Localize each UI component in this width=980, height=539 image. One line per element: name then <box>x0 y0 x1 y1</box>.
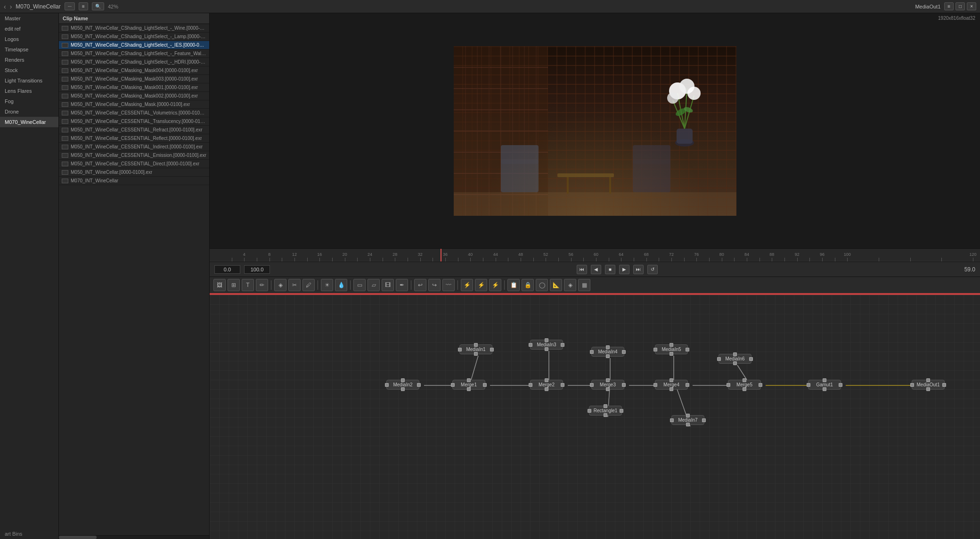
dots-btn[interactable]: ··· <box>65 2 75 10</box>
node-port-left[interactable] <box>451 383 455 387</box>
node-port-left[interactable] <box>727 383 730 387</box>
node-port-left[interactable] <box>717 357 721 361</box>
playhead[interactable] <box>441 249 441 261</box>
sidebar-item-lens-flares[interactable]: Lens Flares <box>0 86 58 96</box>
sidebar-item-drone[interactable]: Drone <box>0 106 58 117</box>
sidebar-item-light-transitions[interactable]: Light Transitions <box>0 75 58 86</box>
node-port-top[interactable] <box>606 378 610 382</box>
tool-grid2[interactable]: ▦ <box>578 279 590 291</box>
clip-item[interactable]: M050_INT_WineCellar_CESSENTIAL_Indirect.… <box>59 143 209 151</box>
node-port-top[interactable] <box>474 343 478 347</box>
node-merge5[interactable]: Merge5 <box>728 380 761 390</box>
node-port-bottom[interactable] <box>606 387 610 391</box>
node-mediain1[interactable]: MediaIn1 <box>459 344 492 354</box>
node-port-bottom[interactable] <box>686 423 690 426</box>
clip-item[interactable]: M050_INT_WineCellar_CShading_LightSelect… <box>59 24 209 33</box>
tool-redo[interactable]: ↪ <box>428 279 441 291</box>
node-mediain4[interactable]: MediaIn4 <box>591 347 624 357</box>
node-port-left[interactable] <box>670 418 674 422</box>
tool-node-fx[interactable]: ◈ <box>564 279 576 291</box>
clip-item[interactable]: M050_INT_WineCellar_CShading_LightSelect… <box>59 49 209 58</box>
clip-item[interactable]: M050_INT_WineCellar_CShading_LightSelect… <box>59 33 209 41</box>
clip-item[interactable]: M050_INT_WineCellar_CESSENTIAL_Direct.[0… <box>59 160 209 168</box>
tool-exposure[interactable]: ☀ <box>321 279 333 291</box>
node-port-top[interactable] <box>743 378 746 382</box>
node-port-top[interactable] <box>926 378 930 382</box>
tool-measure[interactable]: 📐 <box>550 279 562 291</box>
time-end-input[interactable] <box>244 265 270 274</box>
clip-scrollbar-thumb[interactable] <box>59 536 97 539</box>
node-graph[interactable]: MediaIn1MediaIn2MediaIn3MediaIn4MediaIn5… <box>210 295 980 539</box>
tool-cut[interactable]: ✂ <box>288 279 301 291</box>
node-port-top[interactable] <box>733 352 737 356</box>
clip-item[interactable]: M050_INT_WineCellar_CMasking_Mask.[0000-… <box>59 100 209 109</box>
node-port-bottom[interactable] <box>604 413 607 417</box>
clip-item[interactable]: M050_INT_WineCellar.[0000-0100].exr <box>59 168 209 177</box>
tool-text[interactable]: T <box>242 279 254 291</box>
node-mediain3[interactable]: MediaIn3 <box>530 340 563 350</box>
node-port-right[interactable] <box>561 383 564 387</box>
timeline-ruler[interactable]: // done below 48121620242832364044485256… <box>210 249 980 262</box>
tool-fx2[interactable]: ⚡ <box>475 279 487 291</box>
node-port-bottom[interactable] <box>670 387 673 391</box>
clip-item[interactable]: M050_INT_WineCellar_CMasking_Mask002.[00… <box>59 92 209 100</box>
clip-item[interactable]: M050_INT_WineCellar_CESSENTIAL_Reflect.[… <box>59 134 209 143</box>
node-mediain2[interactable]: MediaIn2 <box>386 380 419 390</box>
tool-mask[interactable]: ◈ <box>274 279 286 291</box>
tool-undo[interactable]: ↩ <box>414 279 426 291</box>
clip-item[interactable]: M050_INT_WineCellar_CESSENTIAL_Emission.… <box>59 151 209 160</box>
node-port-top[interactable] <box>401 378 405 382</box>
top-right-btn3[interactable]: × <box>967 2 976 10</box>
sidebar-item-logos[interactable]: Logos <box>0 34 58 44</box>
node-port-top[interactable] <box>670 378 673 382</box>
node-port-bottom[interactable] <box>474 352 478 356</box>
forward-btn[interactable]: › <box>10 3 12 10</box>
node-port-right[interactable] <box>483 383 487 387</box>
node-rectangle1[interactable]: Rectangle1 <box>589 406 622 416</box>
btn-loop[interactable]: ↺ <box>647 265 658 274</box>
node-port-right[interactable] <box>561 343 564 347</box>
node-port-left[interactable] <box>529 383 532 387</box>
node-port-top[interactable] <box>606 345 610 349</box>
top-right-btn2[interactable]: □ <box>956 2 965 10</box>
back-btn[interactable]: ‹ <box>4 3 6 10</box>
node-port-top[interactable] <box>545 378 548 382</box>
clip-item[interactable]: M070_INT_WineCellar <box>59 177 209 185</box>
tool-poly[interactable]: ▱ <box>368 279 380 291</box>
btn-go-start[interactable]: ⏮ <box>577 265 587 274</box>
tool-viewer[interactable]: 🖼 <box>213 279 226 291</box>
tool-fx1[interactable]: ⚡ <box>461 279 473 291</box>
node-port-top[interactable] <box>670 343 673 347</box>
sidebar-item-fog[interactable]: Fog <box>0 96 58 106</box>
node-port-bottom[interactable] <box>545 347 548 351</box>
node-mediain6[interactable]: MediaIn6 <box>719 354 751 364</box>
tool-grid[interactable]: ⊞ <box>228 279 240 291</box>
node-port-right[interactable] <box>702 418 706 422</box>
node-port-left[interactable] <box>910 383 914 387</box>
node-port-top[interactable] <box>545 338 548 342</box>
node-port-right[interactable] <box>622 383 626 387</box>
node-port-right[interactable] <box>622 350 626 354</box>
node-mediain7[interactable]: MediaIn7 <box>671 415 704 425</box>
node-merge3[interactable]: Merge3 <box>591 380 624 390</box>
node-port-bottom[interactable] <box>743 387 746 391</box>
node-gamut1[interactable]: Gamut1 <box>808 380 841 390</box>
node-port-bottom[interactable] <box>606 354 610 358</box>
node-merge4[interactable]: Merge4 <box>655 380 688 390</box>
node-port-bottom[interactable] <box>545 387 548 391</box>
btn-stop[interactable]: ■ <box>605 265 615 274</box>
node-port-left[interactable] <box>458 348 462 351</box>
sidebar-art-bins[interactable]: art Bins <box>0 529 58 539</box>
node-port-bottom[interactable] <box>401 387 405 391</box>
clip-scrollbar-horizontal[interactable] <box>59 535 209 539</box>
tool-rect[interactable]: ▭ <box>353 279 366 291</box>
node-port-bottom[interactable] <box>926 387 930 391</box>
node-port-bottom[interactable] <box>733 361 737 365</box>
node-port-top[interactable] <box>823 378 826 382</box>
clip-item[interactable]: M050_INT_WineCellar_CMasking_Mask004.[00… <box>59 66 209 75</box>
btn-play[interactable]: ▶ <box>619 265 629 274</box>
node-port-left[interactable] <box>807 383 810 387</box>
node-port-left[interactable] <box>588 409 591 413</box>
sidebar-item-edit-ref[interactable]: edit ref <box>0 24 58 34</box>
clip-item[interactable]: M050_INT_WineCellar_CESSENTIAL_Transluce… <box>59 117 209 126</box>
